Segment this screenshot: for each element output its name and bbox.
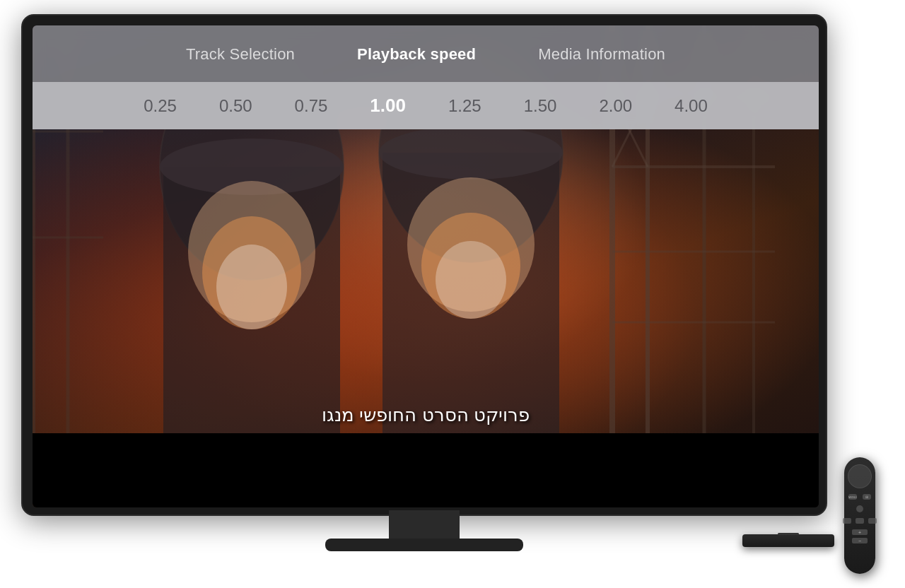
remote-volume-up-button[interactable]: + (852, 529, 868, 535)
subtitle-text: פרויקט הסרט החופשי מנגו (322, 404, 530, 426)
tv-body: Track Selection Playback speed Media Inf… (21, 14, 827, 516)
svg-point-8 (216, 245, 287, 329)
remote-volume-controls: + − (852, 529, 868, 543)
remote-forward-button[interactable] (868, 518, 877, 524)
apple-tv-device (742, 534, 834, 547)
svg-point-5 (379, 126, 563, 180)
speed-option-100[interactable]: 1.00 (349, 89, 427, 122)
speed-option-025[interactable]: 0.25 (122, 90, 198, 122)
svg-point-11 (436, 241, 506, 319)
remote-volume-down-button[interactable]: − (852, 538, 868, 543)
remote-rewind-button[interactable] (843, 518, 851, 524)
speed-selector-row: 0.25 0.50 0.75 1.00 1.25 (33, 82, 819, 129)
tab-bar: Track Selection Playback speed Media Inf… (33, 25, 819, 82)
speed-option-050[interactable]: 0.50 (198, 90, 274, 122)
remote-siri-button[interactable] (856, 505, 863, 512)
tab-playback-speed[interactable]: Playback speed (326, 40, 507, 69)
tv-screen: Track Selection Playback speed Media Inf… (33, 25, 819, 507)
tab-track-selection[interactable]: Track Selection (155, 40, 326, 69)
tv-wrapper: Track Selection Playback speed Media Inf… (21, 14, 827, 544)
remote-touchpad[interactable] (848, 464, 872, 488)
scene: Track Selection Playback speed Media Inf… (0, 0, 905, 588)
tv-stand-base (325, 539, 523, 551)
remote-menu-button[interactable]: MENU (848, 494, 857, 500)
remote-menu-row: MENU ⊞ (848, 494, 871, 500)
speed-option-150[interactable]: 1.50 (503, 90, 578, 122)
speed-option-200[interactable]: 2.00 (578, 90, 653, 122)
tab-media-information[interactable]: Media Information (507, 40, 696, 69)
remote-playback-row (843, 518, 877, 524)
apple-tv-remote: MENU ⊞ + − (844, 457, 875, 574)
top-overlay: Track Selection Playback speed Media Inf… (33, 25, 819, 129)
remote-home-button[interactable]: ⊞ (863, 494, 871, 500)
speed-option-125[interactable]: 1.25 (427, 90, 503, 122)
speed-option-400[interactable]: 4.00 (653, 90, 729, 122)
remote-play-pause-button[interactable] (856, 518, 864, 524)
speed-option-075[interactable]: 0.75 (274, 90, 349, 122)
bottom-bar (33, 433, 819, 507)
